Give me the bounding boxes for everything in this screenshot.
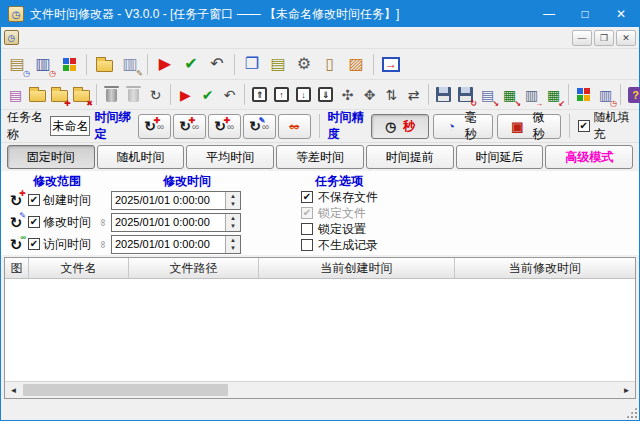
create-time-spinner[interactable]: ▲▼	[225, 192, 240, 209]
refresh-list-icon[interactable]: ↻	[145, 84, 166, 106]
no-record-checkbox[interactable]	[301, 239, 313, 251]
statusbar	[1, 400, 639, 420]
tab-time-advance[interactable]: 时间提前	[366, 145, 454, 169]
close-button[interactable]: ✕	[603, 1, 639, 27]
settings-panel: 修改范围 修改时间 ↻✚ 创建时间 ▲▼ ↻✎ 修改时间 ∞	[1, 171, 639, 255]
precision-milliseconds-button[interactable]: ◔ 毫秒	[433, 114, 493, 139]
scroll-thumb[interactable]	[23, 384, 228, 396]
lock-settings-checkbox[interactable]	[301, 223, 313, 235]
save-list-refresh-icon[interactable]: ↻	[455, 84, 476, 106]
no-save-file-checkbox[interactable]	[301, 191, 313, 203]
save-time-task-icon[interactable]: ▥◷	[595, 84, 616, 106]
run-task-icon[interactable]: ▶	[153, 52, 177, 76]
run-task-icon[interactable]: ▶	[175, 84, 196, 106]
save-list-icon[interactable]	[433, 84, 454, 106]
export-rows-icon[interactable]: ▥→	[521, 84, 542, 106]
tab-average-time[interactable]: 平均时间	[186, 145, 274, 169]
spread-out-icon[interactable]: ✣	[337, 84, 358, 106]
undo-icon[interactable]: ↶	[205, 52, 229, 76]
program-modules-icon[interactable]	[573, 84, 594, 106]
gather-in-icon[interactable]: ✥	[359, 84, 380, 106]
paste-add-files-icon[interactable]: ▤	[5, 84, 26, 106]
export-clipboard-icon[interactable]: ▤↘	[477, 84, 498, 106]
table-header: 图文件名文件路径当前创建时间当前修改时间	[5, 258, 635, 279]
precision-seconds-button[interactable]: ◷ 秒	[371, 114, 429, 139]
picture-view-icon[interactable]: ▨	[344, 52, 368, 76]
precision-microseconds-label: 微秒	[531, 109, 547, 143]
swap-order-icon[interactable]: ⇅	[381, 84, 402, 106]
child-restore-button[interactable]: ❐	[594, 30, 614, 46]
export-excel-icon[interactable]: ▦↘	[499, 84, 520, 106]
tab-random-time[interactable]: 随机时间	[97, 145, 185, 169]
child-minimize-button[interactable]: —	[572, 30, 592, 46]
apply-check-icon[interactable]: ✔	[197, 84, 218, 106]
open-time-task-icon[interactable]: ▤◷	[5, 52, 29, 76]
import-excel-icon[interactable]: ▦↙	[543, 84, 564, 106]
task-name-input[interactable]	[50, 116, 90, 136]
random-fill-label: 随机填充	[594, 109, 633, 143]
modify-time-input[interactable]	[112, 214, 225, 231]
separator	[319, 114, 320, 138]
titlebar: ◷ 文件时间修改器 - V3.0.0 - [任务子窗口 —— 【未命名修改时间任…	[1, 1, 639, 27]
shuffle-order-icon[interactable]: ⇄	[403, 84, 424, 106]
precision-microseconds-button[interactable]: ▣ 微秒	[497, 114, 561, 139]
column-header-current-modify-time[interactable]: 当前修改时间	[455, 258, 635, 278]
bind-access-time-button[interactable]: ↻✚∞	[208, 114, 241, 139]
undo-icon[interactable]: ↶	[219, 84, 240, 106]
unbind-all-button[interactable]: ∞	[278, 114, 311, 139]
save-time-task-icon[interactable]: ▥◷	[31, 52, 55, 76]
bind-modify-time-button[interactable]: ↻✚∞	[173, 114, 206, 139]
move-top-icon[interactable]: ⇑	[249, 84, 270, 106]
records-list-icon[interactable]: ▤	[266, 52, 290, 76]
maximize-button[interactable]: □	[567, 1, 603, 27]
move-up-icon[interactable]: ↑	[271, 84, 292, 106]
column-header-current-create-time[interactable]: 当前创建时间	[259, 258, 455, 278]
column-header-file-path[interactable]: 文件路径	[129, 258, 259, 278]
program-modules-icon[interactable]	[57, 52, 81, 76]
exit-app-icon[interactable]: →	[379, 52, 403, 76]
task-windows-icon[interactable]: ❐	[240, 52, 264, 76]
modify-time-spinner[interactable]: ▲▼	[225, 214, 240, 231]
access-time-label: 访问时间	[43, 236, 95, 253]
tab-arithmetic-time[interactable]: 等差时间	[276, 145, 364, 169]
resize-grip[interactable]	[626, 407, 637, 418]
link-icon[interactable]: ∞	[98, 217, 109, 227]
apply-check-icon[interactable]: ✔	[179, 52, 203, 76]
move-bottom-icon[interactable]: ⇓	[315, 84, 336, 106]
delete-selected-icon[interactable]	[101, 84, 122, 106]
table-body[interactable]	[5, 279, 635, 381]
bind-create-time-button[interactable]: ↻✚∞	[138, 114, 171, 139]
tab-fixed-time[interactable]: 固定时间	[7, 145, 95, 169]
task-window-icon[interactable]: ◷	[4, 30, 19, 45]
remove-folder-icon[interactable]: ✖	[71, 84, 92, 106]
move-down-icon[interactable]: ↓	[293, 84, 314, 106]
minimize-button[interactable]: —	[531, 1, 567, 27]
clear-list-icon[interactable]	[123, 84, 144, 106]
settings-gear-icon[interactable]: ⚙	[292, 52, 316, 76]
add-folder-icon[interactable]	[27, 84, 48, 106]
scroll-left-arrow[interactable]: ◄	[5, 382, 22, 398]
access-time-input[interactable]	[112, 236, 225, 253]
create-time-field: ▲▼	[111, 191, 241, 210]
create-time-icon: ↻✚	[7, 193, 25, 208]
child-close-button[interactable]: ✕	[616, 30, 636, 46]
save-task-as-icon[interactable]: ▥✎	[118, 52, 142, 76]
tab-advanced-mode[interactable]: 高级模式	[545, 145, 633, 169]
access-time-spinner[interactable]: ▲▼	[225, 236, 240, 253]
bind-edit-time-button[interactable]: ↻✎∞	[243, 114, 276, 139]
open-task-file-icon[interactable]	[92, 52, 116, 76]
log-view-icon[interactable]: ▯	[318, 52, 342, 76]
scroll-right-arrow[interactable]: ►	[618, 382, 635, 398]
link-icon[interactable]: ∞	[98, 239, 109, 249]
access-time-checkbox[interactable]	[28, 238, 40, 250]
create-time-input[interactable]	[112, 192, 225, 209]
modify-time-checkbox[interactable]	[28, 216, 40, 228]
help-book-icon[interactable]: ?	[625, 84, 640, 106]
column-header-icon[interactable]: 图	[5, 258, 29, 278]
lock-file-checkbox[interactable]	[301, 207, 313, 219]
add-folder-subdirs-icon[interactable]: ✚	[49, 84, 70, 106]
create-time-checkbox[interactable]	[28, 194, 40, 206]
tab-time-delay[interactable]: 时间延后	[456, 145, 544, 169]
random-fill-checkbox[interactable]	[578, 120, 590, 132]
column-header-file-name[interactable]: 文件名	[29, 258, 129, 278]
